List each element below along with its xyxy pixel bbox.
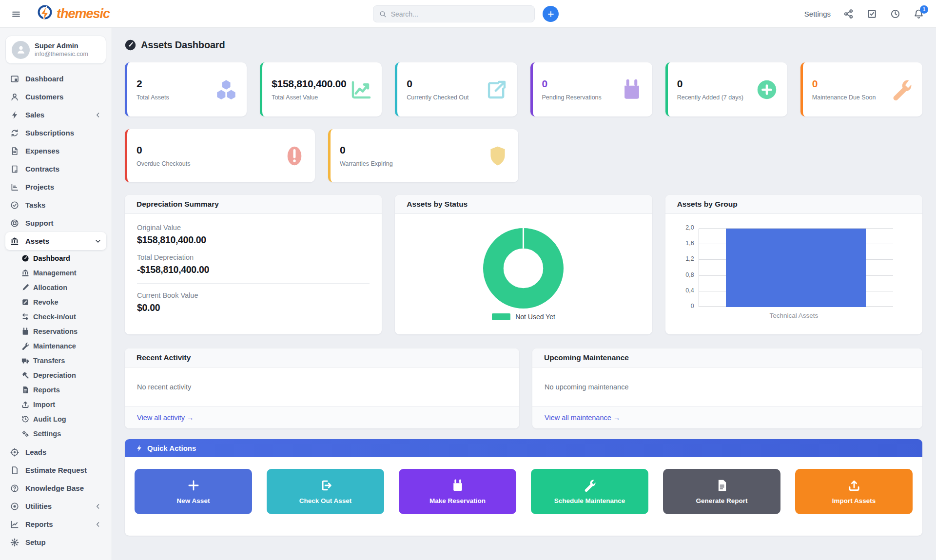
notification-badge: 1 bbox=[920, 5, 928, 14]
stat-value: 0 bbox=[340, 144, 393, 156]
search-input[interactable] bbox=[391, 10, 528, 18]
assets-by-group-title: Assets by Group bbox=[665, 195, 922, 214]
depreciation-summary-title: Depreciation Summary bbox=[125, 195, 382, 214]
sidebar-nav: DashboardCustomersSalesSubscriptionsExpe… bbox=[5, 70, 106, 551]
y-tick-label: 0 bbox=[676, 303, 694, 309]
sidebar-item-utilities[interactable]: Utilities bbox=[5, 497, 106, 515]
y-tick-label: 0,8 bbox=[676, 271, 694, 278]
sidebar-item-projects[interactable]: Projects bbox=[5, 178, 106, 196]
sidebar-item-dashboard[interactable]: Dashboard bbox=[5, 70, 106, 88]
sidebar-item-dashboard-sub[interactable]: Dashboard bbox=[19, 251, 106, 266]
stat-card-pending-reservations: 0Pending Reservations bbox=[530, 62, 652, 116]
sidebar-item-leads[interactable]: Leads bbox=[5, 443, 106, 461]
schedule-maintenance-button[interactable]: Schedule Maintenance bbox=[531, 469, 648, 514]
stat-label: Overdue Checkouts bbox=[136, 160, 190, 167]
hammer-icon bbox=[21, 371, 29, 379]
pencil-icon bbox=[21, 284, 29, 291]
make-reservation-button[interactable]: Make Reservation bbox=[399, 469, 516, 514]
brand-name: themesic bbox=[57, 6, 110, 21]
sidebar-item-maintenance-sub[interactable]: Maintenance bbox=[19, 339, 106, 353]
add-new-button[interactable] bbox=[543, 6, 559, 22]
stat-label: Maintenance Due Soon bbox=[812, 94, 876, 101]
question-circle-icon bbox=[10, 484, 19, 493]
clock-button[interactable] bbox=[890, 9, 901, 19]
stat-card-total-assets: 2Total Assets bbox=[125, 62, 247, 116]
sidebar-item-allocation-sub[interactable]: Allocation bbox=[19, 280, 106, 295]
sidebar-item-customers[interactable]: Customers bbox=[5, 88, 106, 106]
bank-icon bbox=[10, 237, 19, 246]
brand-logo[interactable]: themesic bbox=[35, 4, 110, 23]
wrench-icon bbox=[21, 342, 29, 350]
sidebar-item-management-sub[interactable]: Management bbox=[19, 266, 106, 280]
record-circle-icon bbox=[10, 502, 19, 511]
sidebar-item-label: Contracts bbox=[25, 165, 59, 173]
sidebar-item-knowledge-base[interactable]: Knowledge Base bbox=[5, 479, 106, 497]
header-actions: Settings 1 bbox=[804, 0, 924, 28]
stat-label: Total Asset Value bbox=[272, 94, 346, 101]
sidebar-item-depreciation-sub[interactable]: Depreciation bbox=[19, 368, 106, 383]
bar-technical-assets[interactable] bbox=[726, 229, 866, 307]
status-donut-chart[interactable] bbox=[483, 228, 564, 309]
sidebar-item-setup[interactable]: Setup bbox=[5, 533, 106, 551]
speedometer-icon bbox=[125, 39, 136, 51]
sidebar-item-estimate-request[interactable]: Estimate Request bbox=[5, 461, 106, 479]
quick-action-label: Make Reservation bbox=[429, 497, 486, 504]
sidebar-item-support[interactable]: Support bbox=[5, 214, 106, 232]
group-bar-chart[interactable]: 00,40,81,21,62,0 bbox=[699, 229, 893, 307]
sidebar-item-transfers-sub[interactable]: Transfers bbox=[19, 353, 106, 368]
person-icon bbox=[16, 44, 26, 55]
bell-button[interactable]: 1 bbox=[914, 9, 924, 19]
sidebar-item-audit-log-sub[interactable]: Audit Log bbox=[19, 412, 106, 426]
plus-icon bbox=[547, 10, 555, 18]
stat-card-currently-checked-out: 0Currently Checked Out bbox=[395, 62, 517, 116]
status-legend-label: Not Used Yet bbox=[515, 313, 555, 321]
check-out-asset-button[interactable]: Check Out Asset bbox=[267, 469, 384, 514]
clock-icon bbox=[890, 9, 900, 19]
view-all-activity-link[interactable]: View all activity → bbox=[137, 414, 194, 422]
sidebar-item-settings-sub[interactable]: Settings bbox=[19, 426, 106, 441]
global-search bbox=[373, 5, 535, 22]
check-square-button[interactable] bbox=[867, 9, 878, 19]
view-all-maintenance-link[interactable]: View all maintenance → bbox=[545, 414, 620, 422]
recent-activity-title: Recent Activity bbox=[125, 348, 519, 367]
stat-label: Currently Checked Out bbox=[407, 94, 468, 101]
sidebar-item-label: Check-in/out bbox=[33, 313, 76, 321]
generate-report-button[interactable]: Generate Report bbox=[663, 469, 780, 514]
bar-category-label: Technical Assets bbox=[695, 312, 893, 319]
y-tick-label: 0,4 bbox=[676, 287, 694, 294]
y-tick-label: 2,0 bbox=[676, 224, 694, 231]
hamburger-menu-icon[interactable] bbox=[9, 7, 23, 21]
user-card[interactable]: Super Admin info@themesic.com bbox=[5, 36, 106, 64]
activity-row: Recent Activity No recent activity View … bbox=[125, 348, 922, 428]
sidebar-item-import-sub[interactable]: Import bbox=[19, 397, 106, 412]
sidebar-item-reports-sub[interactable]: Reports bbox=[19, 383, 106, 397]
total-depreciation-label: Total Depreciation bbox=[137, 253, 370, 261]
bank-icon bbox=[21, 269, 29, 277]
sidebar-item-reports[interactable]: Reports bbox=[5, 515, 106, 533]
sidebar-item-label: Sales bbox=[25, 111, 44, 119]
sidebar-item-assets[interactable]: Assets bbox=[5, 232, 106, 250]
sidebar-item-expenses[interactable]: Expenses bbox=[5, 142, 106, 160]
import-assets-button[interactable]: Import Assets bbox=[795, 469, 913, 514]
original-value-label: Original Value bbox=[137, 224, 370, 232]
sidebar-item-subscriptions[interactable]: Subscriptions bbox=[5, 124, 106, 142]
stat-value: 2 bbox=[136, 78, 169, 90]
sidebar-item-check-in-out-sub[interactable]: Check-in/out bbox=[19, 309, 106, 324]
settings-link[interactable]: Settings bbox=[804, 10, 831, 18]
stat-card-maintenance-due-soon: 0Maintenance Due Soon bbox=[800, 62, 922, 116]
new-asset-button[interactable]: New Asset bbox=[135, 469, 252, 514]
wrench-icon bbox=[891, 79, 913, 100]
calendar-icon bbox=[451, 479, 464, 492]
upcoming-maintenance-panel: Upcoming Maintenance No upcoming mainten… bbox=[532, 348, 922, 428]
sidebar-item-tasks[interactable]: Tasks bbox=[5, 196, 106, 214]
share-button[interactable] bbox=[843, 9, 854, 19]
sidebar-item-label: Dashboard bbox=[33, 254, 70, 262]
sidebar-item-sales[interactable]: Sales bbox=[5, 106, 106, 124]
sidebar-item-label: Knowledge Base bbox=[25, 484, 84, 492]
chart-steps-icon bbox=[10, 183, 19, 192]
sidebar-item-contracts[interactable]: Contracts bbox=[5, 160, 106, 178]
arrows-left-right-icon bbox=[21, 313, 29, 321]
sidebar-item-label: Leads bbox=[25, 448, 46, 456]
sidebar-item-revoke-sub[interactable]: Revoke bbox=[19, 295, 106, 309]
sidebar-item-reservations-sub[interactable]: Reservations bbox=[19, 324, 106, 339]
